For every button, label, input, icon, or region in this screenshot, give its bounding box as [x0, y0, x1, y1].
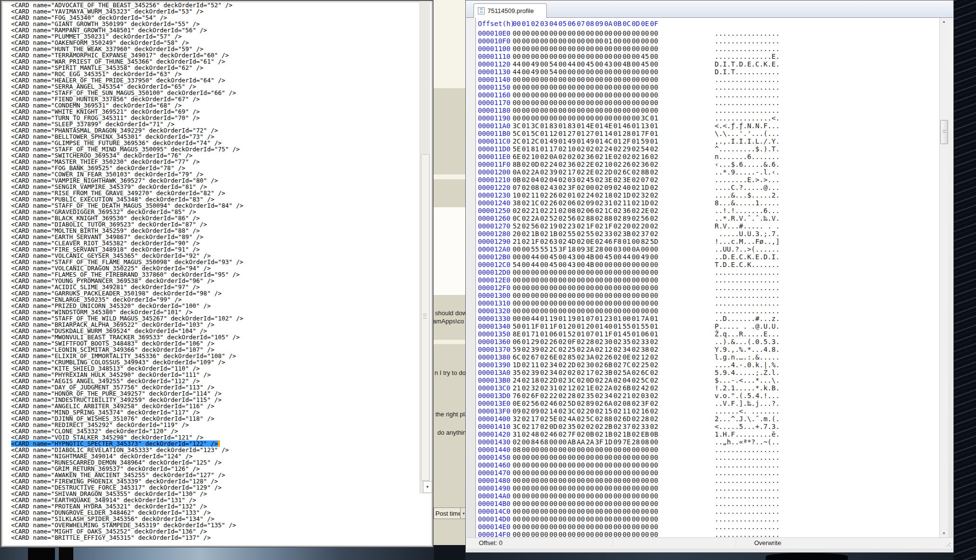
hex-byte[interactable]: 00: [595, 531, 604, 537]
hex-byte[interactable]: 01: [650, 330, 659, 338]
hex-byte[interactable]: 00: [595, 307, 604, 315]
hex-byte[interactable]: 00: [623, 307, 632, 315]
hex-byte[interactable]: 35: [568, 423, 577, 430]
hex-byte[interactable]: 18: [531, 376, 540, 384]
hex-byte[interactable]: 00: [540, 292, 549, 299]
hex-byte[interactable]: 00: [604, 245, 613, 253]
hex-byte[interactable]: 02: [522, 376, 531, 384]
hex-byte[interactable]: 00: [613, 37, 623, 45]
hex-row-ascii[interactable]: !.2.1.....*.k.B.: [715, 384, 780, 392]
hex-byte[interactable]: 00: [604, 107, 613, 114]
hex-byte[interactable]: 00: [577, 484, 586, 492]
hex-byte[interactable]: 00: [613, 299, 623, 307]
hex-byte[interactable]: 00: [540, 299, 549, 307]
hex-byte[interactable]: 6C: [513, 353, 522, 361]
hex-byte[interactable]: 02: [577, 191, 586, 199]
hex-byte[interactable]: 00: [513, 453, 522, 461]
hex-byte[interactable]: 6D: [623, 415, 632, 423]
hex-byte[interactable]: 31: [513, 430, 522, 438]
hex-row-ascii[interactable]: ................: [715, 507, 780, 515]
hex-byte[interactable]: 00: [595, 60, 604, 68]
hex-byte[interactable]: 00: [623, 261, 632, 268]
hex-byte[interactable]: 02: [522, 160, 531, 168]
hex-byte[interactable]: 00: [568, 276, 577, 284]
hex-byte[interactable]: 02: [650, 407, 659, 415]
hex-byte[interactable]: 02: [632, 176, 641, 184]
hex-row-bytes[interactable]: 3C013C01830183014E014E0146011301: [513, 122, 659, 130]
hex-byte[interactable]: 10: [568, 145, 577, 153]
hex-byte[interactable]: 12: [568, 384, 577, 392]
hex-byte[interactable]: 27: [568, 130, 577, 137]
hex-row-bytes[interactable]: 00000000000000000000000000000000: [513, 507, 659, 515]
hex-byte[interactable]: 39: [531, 346, 540, 353]
hex-row-ascii[interactable]: ........E.>.>...: [715, 176, 780, 184]
hex-byte[interactable]: 01: [577, 137, 586, 145]
hex-byte[interactable]: 00: [595, 68, 604, 76]
hex-byte[interactable]: 00: [586, 292, 595, 299]
hex-byte[interactable]: 00: [540, 284, 549, 292]
hex-byte[interactable]: 02: [613, 176, 623, 184]
hex-byte[interactable]: 45: [586, 176, 595, 184]
hex-byte[interactable]: 00: [632, 37, 641, 45]
hex-byte[interactable]: 02: [522, 407, 531, 415]
hex-byte[interactable]: 40: [604, 322, 613, 330]
hex-byte[interactable]: 06: [641, 330, 650, 338]
hex-byte[interactable]: 0A: [632, 245, 641, 253]
hex-byte[interactable]: 00: [632, 45, 641, 53]
hex-byte[interactable]: 00: [558, 107, 568, 114]
hex-byte[interactable]: 00: [549, 515, 558, 523]
hex-byte[interactable]: EB: [641, 430, 650, 438]
hex-byte[interactable]: 02: [540, 207, 549, 214]
hex-byte[interactable]: 00: [641, 83, 650, 91]
hex-byte[interactable]: 54: [549, 68, 558, 76]
hex-byte[interactable]: 1B: [604, 430, 613, 438]
hex-row-ascii[interactable]: v.o.".(.5.4.!...: [715, 392, 780, 400]
hex-byte[interactable]: 00: [586, 276, 595, 284]
hex-row-bytes[interactable]: 8B020D02240236022E02100226023602: [513, 160, 659, 168]
hex-row-ascii[interactable]: ................: [715, 76, 780, 83]
hex-byte[interactable]: 45: [604, 253, 613, 261]
hex-row-bytes[interactable]: 1D02110234022D0230026B027C022502: [513, 361, 659, 369]
hex-byte[interactable]: 2C: [531, 137, 540, 145]
hex-byte[interactable]: 00: [531, 76, 540, 83]
hex-byte[interactable]: 67: [531, 353, 540, 361]
hex-row-ascii[interactable]: ................: [715, 446, 780, 453]
background-webpage-strip[interactable]: should doweamApps\con I try to do itthe …: [434, 0, 466, 545]
hex-byte[interactable]: 00: [595, 299, 604, 307]
hex-byte[interactable]: 02: [522, 168, 531, 176]
hex-byte[interactable]: 00: [540, 531, 549, 537]
hex-byte[interactable]: 00: [540, 268, 549, 276]
hex-byte[interactable]: 02: [540, 407, 549, 415]
hex-byte[interactable]: 82: [641, 238, 650, 245]
hex-byte[interactable]: 00: [650, 37, 659, 45]
hex-byte[interactable]: 07: [513, 184, 522, 191]
hex-row-ascii[interactable]: ................: [715, 461, 780, 469]
hex-byte[interactable]: 00: [623, 45, 632, 53]
hex-byte[interactable]: 00: [632, 492, 641, 500]
hex-byte[interactable]: 00: [540, 453, 549, 461]
hex-byte[interactable]: 02: [577, 361, 586, 369]
hex-row[interactable]: 0000149000000000000000000000000000000000…: [476, 484, 939, 492]
hex-byte[interactable]: 02: [650, 191, 659, 199]
hex-byte[interactable]: 00: [549, 307, 558, 315]
hex-byte[interactable]: 00: [522, 68, 531, 76]
hex-byte[interactable]: 00: [586, 507, 595, 515]
hex-byte[interactable]: 02: [650, 214, 659, 222]
hex-byte[interactable]: 00: [613, 45, 623, 53]
hex-byte[interactable]: 0D: [586, 376, 595, 384]
hex-row-ascii[interactable]: n.......6.......: [715, 153, 780, 160]
hex-byte[interactable]: 14: [549, 407, 558, 415]
hex-byte[interactable]: 00: [623, 37, 632, 45]
hex-byte[interactable]: 01: [522, 322, 531, 330]
hex-byte[interactable]: 00: [540, 76, 549, 83]
hex-byte[interactable]: 04: [549, 176, 558, 184]
hex-byte[interactable]: 00: [623, 68, 632, 76]
hex-byte[interactable]: 0E: [513, 400, 522, 407]
hex-byte[interactable]: 19: [549, 315, 558, 322]
hex-byte[interactable]: 01: [632, 330, 641, 338]
hex-row-ascii[interactable]: ....4.-.0.k.|.%.: [715, 361, 780, 369]
hex-byte[interactable]: 01: [540, 122, 549, 130]
hex-row-bytes[interactable]: 00000000000000000000000000000000: [513, 500, 659, 507]
hex-byte[interactable]: 00: [632, 477, 641, 484]
hex-byte[interactable]: 00: [586, 307, 595, 315]
